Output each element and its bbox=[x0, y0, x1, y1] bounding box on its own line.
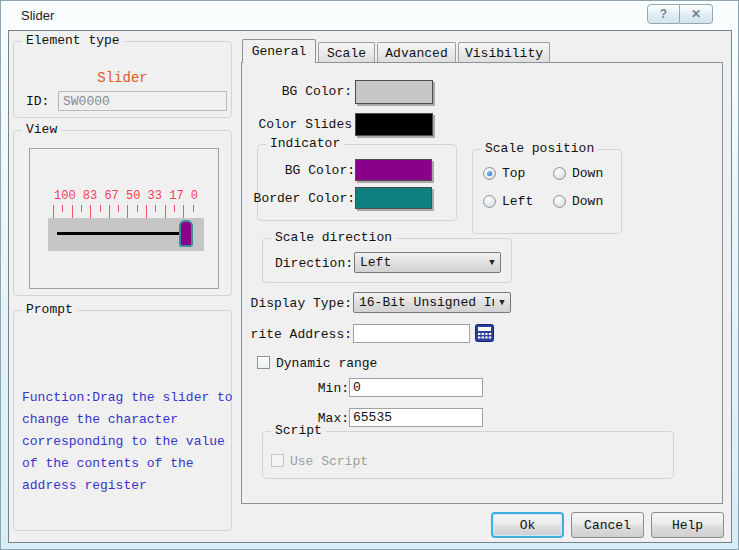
dynamic-range-label[interactable]: Dynamic range bbox=[276, 356, 377, 371]
prompt-group: Prompt Function:Drag the slider to chang… bbox=[13, 310, 232, 531]
min-label: Min: bbox=[239, 381, 349, 396]
min-input[interactable] bbox=[349, 378, 483, 397]
chevron-down-icon: ▼ bbox=[484, 258, 500, 268]
id-field bbox=[58, 91, 227, 111]
tab-general[interactable]: General bbox=[242, 39, 316, 63]
help-button[interactable]: Help bbox=[651, 512, 724, 538]
tab-scale[interactable]: Scale bbox=[318, 42, 375, 63]
direction-label: Direction: bbox=[275, 256, 353, 271]
color-slides-swatch[interactable] bbox=[355, 113, 433, 136]
element-type-group-title: Element type bbox=[22, 33, 124, 48]
calculator-icon bbox=[475, 324, 494, 342]
radio-icon bbox=[483, 167, 496, 180]
script-group-title: Script bbox=[271, 423, 326, 438]
ok-button[interactable]: Ok bbox=[491, 512, 564, 538]
element-type-group: Element type Slider ID: bbox=[13, 41, 232, 118]
element-type-value: Slider bbox=[14, 70, 231, 86]
window-title: Slider bbox=[21, 8, 54, 23]
prompt-text: Function:Drag the slider to change the c… bbox=[22, 387, 236, 497]
indicator-border-color-label: Border Color: bbox=[245, 191, 355, 206]
scale-position-group: Scale position Top Down Left Down bbox=[472, 149, 622, 234]
indicator-bg-color-swatch[interactable] bbox=[355, 159, 432, 181]
radio-scale-position-down2[interactable]: Down bbox=[553, 194, 603, 209]
tab-visibility[interactable]: Visibility bbox=[458, 42, 550, 63]
radio-icon bbox=[553, 167, 566, 180]
display-type-label: Display Type: bbox=[242, 296, 352, 311]
display-type-dropdown[interactable]: 16-Bit Unsigned Int ▼ bbox=[353, 292, 511, 313]
close-icon[interactable]: ✕ bbox=[680, 4, 713, 24]
help-icon[interactable]: ? bbox=[647, 4, 680, 24]
slider-dialog: Slider ? ✕ Element type Slider ID: View … bbox=[0, 0, 739, 550]
indicator-group-title: Indicator bbox=[266, 136, 344, 151]
script-group: Script Use Script bbox=[262, 431, 674, 479]
slider-preview: 100 83 67 50 33 17 0 bbox=[29, 148, 219, 289]
display-type-value: 16-Bit Unsigned Int bbox=[354, 295, 494, 310]
max-input[interactable] bbox=[349, 408, 483, 427]
indicator-border-color-swatch[interactable] bbox=[355, 187, 432, 209]
radio-scale-position-left[interactable]: Left bbox=[483, 194, 533, 209]
direction-dropdown[interactable]: Left ▼ bbox=[354, 252, 501, 273]
color-slides-label: Color Slides bbox=[242, 117, 352, 132]
dialog-body: Element type Slider ID: View 100 83 67 5… bbox=[8, 30, 732, 543]
slider-preview-ticks bbox=[53, 205, 202, 218]
tab-advanced[interactable]: Advanced bbox=[377, 42, 456, 63]
write-address-input[interactable] bbox=[353, 324, 470, 343]
prompt-group-title: Prompt bbox=[22, 302, 77, 317]
caption-buttons: ? ✕ bbox=[647, 4, 713, 24]
bg-color-label: BG Color: bbox=[242, 84, 352, 99]
indicator-bg-color-label: BG Color: bbox=[245, 163, 355, 178]
address-keypad-button[interactable] bbox=[475, 324, 494, 342]
id-label: ID: bbox=[26, 94, 49, 109]
slider-preview-handle bbox=[179, 220, 193, 247]
general-tab-panel: BG Color: Color Slides Indicator BG Colo… bbox=[241, 62, 723, 504]
bg-color-swatch[interactable] bbox=[355, 80, 433, 104]
radio-icon bbox=[483, 195, 496, 208]
view-group-title: View bbox=[22, 122, 61, 137]
slider-preview-scale-labels: 100 83 67 50 33 17 0 bbox=[48, 189, 204, 203]
slider-preview-track-line bbox=[57, 232, 185, 235]
use-script-checkbox bbox=[271, 454, 284, 467]
chevron-down-icon: ▼ bbox=[494, 298, 510, 308]
scale-direction-group-title: Scale direction bbox=[271, 230, 396, 245]
write-address-label: rite Address: bbox=[242, 327, 352, 342]
scale-direction-group: Scale direction Direction: Left ▼ bbox=[262, 238, 512, 283]
radio-scale-position-down[interactable]: Down bbox=[553, 166, 603, 181]
dynamic-range-checkbox[interactable] bbox=[257, 356, 270, 369]
scale-position-group-title: Scale position bbox=[481, 141, 598, 156]
radio-scale-position-top[interactable]: Top bbox=[483, 166, 525, 181]
slider-preview-track bbox=[48, 218, 204, 251]
title-bar[interactable]: Slider ? ✕ bbox=[1, 1, 738, 30]
radio-icon bbox=[553, 195, 566, 208]
direction-value: Left bbox=[355, 255, 484, 270]
indicator-group: Indicator BG Color: Border Color: bbox=[257, 144, 457, 221]
view-group: View 100 83 67 50 33 17 0 bbox=[13, 130, 232, 296]
cancel-button[interactable]: Cancel bbox=[571, 512, 644, 538]
use-script-label: Use Script bbox=[290, 454, 368, 469]
